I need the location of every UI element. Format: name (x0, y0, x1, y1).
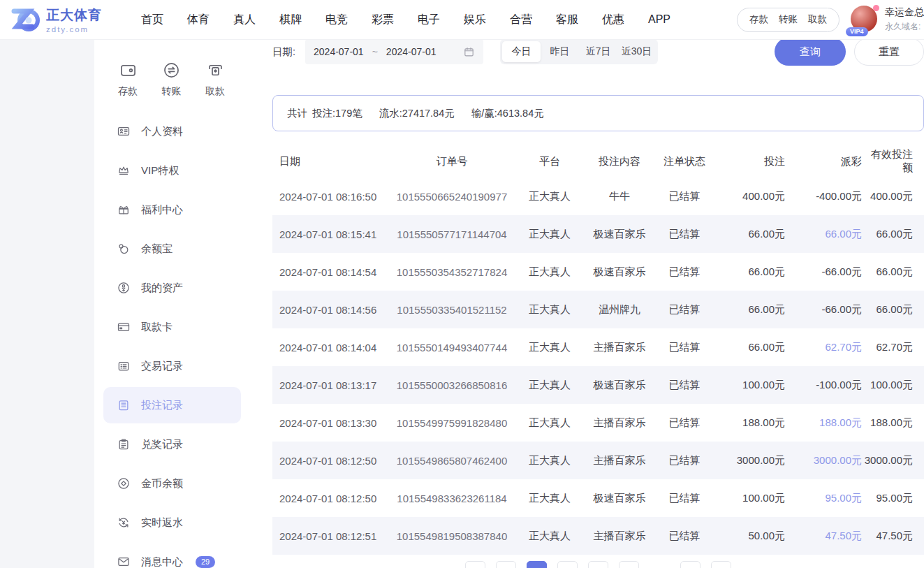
sidebar-menu-item[interactable]: 福利中心 (103, 191, 241, 228)
unread-count-badge: 29 (196, 556, 215, 568)
table-row: 2024-07-01 08:12:51 1015549819508387840 … (272, 517, 924, 555)
cell-status: 已结算 (669, 341, 701, 354)
pagination-button[interactable] (496, 561, 516, 568)
top-nav-item[interactable]: 娱乐 (464, 13, 486, 27)
pagination-button[interactable] (588, 561, 608, 568)
cell-date: 2024-07-01 08:14:56 (272, 304, 376, 316)
column-header: 注单状态 (663, 155, 705, 168)
cell-date: 2024-07-01 08:13:30 (272, 417, 376, 429)
cell-date: 2024-07-01 08:14:54 (272, 266, 376, 278)
top-nav-item[interactable]: 彩票 (372, 13, 394, 27)
sidebar-menu-item[interactable]: 兑奖记录 (103, 426, 241, 463)
pagination-button[interactable] (619, 561, 639, 568)
pagination-button[interactable] (680, 561, 701, 568)
quick-action[interactable]: 取款 (205, 61, 225, 98)
cell-platform: 正大真人 (529, 492, 571, 505)
cell-platform: 正大真人 (529, 265, 571, 279)
top-nav-item[interactable]: 合营 (510, 13, 532, 27)
top-nav-item[interactable]: 客服 (556, 13, 578, 27)
sidebar-menu-item[interactable]: 余额宝 (103, 231, 241, 267)
column-header: 投注内容 (599, 155, 640, 168)
cell-bet-amount: 66.00元 (748, 341, 785, 354)
gift-icon (117, 203, 131, 217)
quick-action[interactable]: 存款 (118, 61, 138, 98)
quick-action[interactable]: 转账 (162, 61, 182, 98)
cell-order-number: 1015550335401521152 (397, 304, 506, 316)
cell-bet-amount: 400.00元 (742, 190, 785, 203)
query-button[interactable]: 查询 (775, 38, 846, 66)
savings-icon (117, 242, 131, 256)
logo[interactable]: 正大体育 zdty.com (11, 6, 102, 34)
cell-order-number: 1015549819508387840 (397, 530, 508, 542)
pagination-button[interactable] (465, 561, 485, 568)
table-row: 2024-07-01 08:14:54 1015550354352717824 … (272, 253, 924, 291)
sidebar-menu-label: 取款卡 (141, 321, 173, 334)
cell-bet-content: 主播百家乐 (594, 530, 646, 543)
sidebar-menu-item[interactable]: 投注记录 (103, 387, 241, 423)
table-row: 2024-07-01 08:16:50 1015550665240190977 … (272, 177, 924, 215)
cell-bet-content: 主播百家乐 (594, 416, 646, 430)
wallet-action[interactable]: 存款 (749, 13, 768, 26)
sidebar-menu-item[interactable]: 个人资料 (103, 113, 241, 150)
reset-button[interactable]: 重置 (854, 38, 924, 66)
cell-valid-amount: 66.00元 (876, 303, 924, 316)
top-nav-item[interactable]: APP (648, 13, 670, 26)
cell-platform: 正大真人 (529, 454, 571, 467)
top-nav-item[interactable]: 真人 (233, 13, 256, 27)
cell-status: 已结算 (669, 303, 701, 316)
cell-order-number: 1015550003266850816 (397, 379, 508, 391)
cell-payout: 188.00元 (819, 416, 862, 430)
column-header: 订单号 (437, 155, 468, 168)
redeem-icon (117, 437, 131, 451)
table-row: 2024-07-01 08:13:17 1015550003266850816 … (272, 366, 924, 404)
column-header: 有效投注额 (862, 148, 924, 175)
top-nav-item[interactable]: 首页 (141, 13, 163, 27)
cell-bet-content: 极速百家乐 (594, 265, 646, 279)
cell-valid-amount: 66.00元 (876, 228, 924, 241)
sidebar: 存款 转账 取款 个人资料 VIP特权 (94, 40, 250, 568)
date-range-option[interactable]: 今日 (502, 41, 541, 62)
cell-payout: 3000.00元 (814, 454, 862, 467)
pagination-button[interactable] (527, 561, 547, 568)
sidebar-menu-item[interactable]: 取款卡 (103, 309, 241, 345)
left-rail (0, 40, 94, 568)
sidebar-menu: 个人资料 VIP特权 福利中心 余额宝 我的资产 (94, 102, 250, 568)
date-range-option[interactable]: 近30日 (617, 41, 656, 62)
pagination-button[interactable] (711, 561, 731, 568)
date-range-input[interactable]: 2024-07-01 ~ 2024-07-01 (305, 39, 483, 64)
cell-bet-content: 牛牛 (609, 190, 630, 203)
top-nav-item[interactable]: 棋牌 (279, 13, 302, 27)
sidebar-menu-item[interactable]: 金币余额 (103, 465, 241, 502)
cell-bet-content: 极速百家乐 (594, 492, 646, 505)
sidebar-menu-item[interactable]: VIP特权 (103, 152, 241, 189)
calendar-icon[interactable] (463, 46, 475, 58)
top-nav-item[interactable]: 体育 (187, 13, 210, 27)
top-nav-item[interactable]: 电竞 (325, 13, 348, 27)
sidebar-menu-label: 实时返水 (141, 516, 183, 530)
cell-bet-amount: 66.00元 (748, 265, 785, 279)
id-card-icon (117, 124, 131, 138)
wallet-action[interactable]: 转账 (779, 13, 798, 26)
summary-prefix: 共计 (287, 107, 307, 120)
sidebar-menu-item[interactable]: 交易记录 (103, 348, 241, 384)
crown-icon (117, 163, 131, 177)
date-range-option[interactable]: 近7日 (579, 41, 617, 62)
wallet-action[interactable]: 取款 (808, 13, 827, 26)
cell-bet-amount: 66.00元 (748, 303, 785, 316)
date-range-option[interactable]: 昨日 (541, 41, 579, 62)
top-nav-item[interactable]: 优惠 (602, 13, 624, 27)
cell-order-number: 1015550354352717824 (397, 266, 508, 278)
user-info[interactable]: VIP4 幸运金总 永久域名: (851, 6, 924, 34)
top-nav-item[interactable]: 电子 (418, 13, 440, 27)
pagination-button[interactable] (557, 561, 578, 568)
withdraw-icon (206, 61, 225, 80)
column-header: 投注 (764, 155, 785, 168)
sidebar-menu-item[interactable]: 我的资产 (103, 270, 241, 306)
sidebar-menu-item[interactable]: 消息中心 29 (103, 544, 241, 568)
cell-payout: -66.00元 (821, 303, 862, 316)
filter-bar: 日期: 2024-07-01 ~ 2024-07-01 今日昨日近7日近30日 … (272, 36, 924, 67)
cell-status: 已结算 (669, 492, 701, 505)
sidebar-menu-label: VIP特权 (141, 164, 179, 177)
cell-date: 2024-07-01 08:12:50 (272, 493, 376, 504)
sidebar-menu-item[interactable]: 实时返水 (103, 504, 241, 541)
